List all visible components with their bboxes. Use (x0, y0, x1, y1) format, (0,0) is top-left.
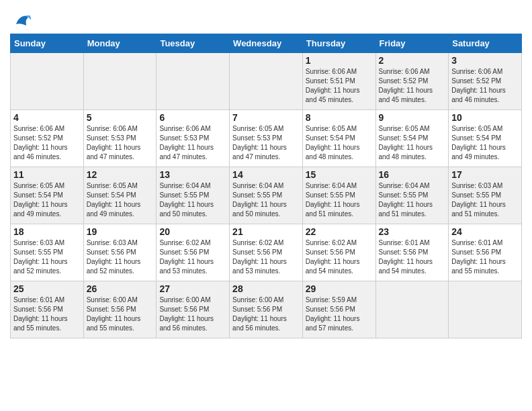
calendar-cell (230, 53, 303, 110)
weekday-header-thursday: Thursday (302, 34, 375, 53)
calendar-cell (11, 53, 84, 110)
day-number: 19 (87, 226, 154, 237)
weekday-header-friday: Friday (375, 34, 449, 53)
calendar-table: SundayMondayTuesdayWednesdayThursdayFrid… (10, 34, 522, 338)
calendar-cell: 24Sunrise: 6:01 AM Sunset: 5:56 PM Dayli… (449, 224, 522, 281)
calendar-cell: 6Sunrise: 6:06 AM Sunset: 5:53 PM Daylig… (157, 110, 230, 167)
day-number: 2 (379, 55, 446, 66)
day-info: Sunrise: 6:06 AM Sunset: 5:52 PM Dayligh… (379, 67, 446, 105)
day-info: Sunrise: 6:02 AM Sunset: 5:56 PM Dayligh… (232, 238, 300, 276)
calendar-cell: 17Sunrise: 6:03 AM Sunset: 5:55 PM Dayli… (449, 167, 522, 224)
calendar-cell: 12Sunrise: 6:05 AM Sunset: 5:54 PM Dayli… (83, 167, 157, 224)
weekday-header-saturday: Saturday (449, 34, 522, 53)
day-number: 6 (159, 112, 226, 123)
calendar-cell: 14Sunrise: 6:04 AM Sunset: 5:55 PM Dayli… (230, 167, 303, 224)
weekday-header-tuesday: Tuesday (157, 34, 230, 53)
calendar-cell: 8Sunrise: 6:05 AM Sunset: 5:54 PM Daylig… (302, 110, 375, 167)
day-info: Sunrise: 6:04 AM Sunset: 5:55 PM Dayligh… (159, 181, 226, 219)
calendar-cell: 25Sunrise: 6:01 AM Sunset: 5:56 PM Dayli… (11, 281, 84, 338)
day-number: 17 (451, 169, 519, 180)
calendar-cell: 27Sunrise: 6:00 AM Sunset: 5:56 PM Dayli… (157, 281, 230, 338)
calendar-week-row: 18Sunrise: 6:03 AM Sunset: 5:55 PM Dayli… (11, 224, 522, 281)
calendar-cell: 4Sunrise: 6:06 AM Sunset: 5:52 PM Daylig… (11, 110, 84, 167)
day-info: Sunrise: 6:00 AM Sunset: 5:56 PM Dayligh… (159, 295, 226, 333)
day-number: 5 (87, 112, 154, 123)
calendar-cell: 5Sunrise: 6:06 AM Sunset: 5:53 PM Daylig… (83, 110, 157, 167)
calendar-cell: 10Sunrise: 6:05 AM Sunset: 5:54 PM Dayli… (449, 110, 522, 167)
day-info: Sunrise: 6:02 AM Sunset: 5:56 PM Dayligh… (306, 238, 373, 276)
day-number: 3 (451, 55, 519, 66)
calendar-cell: 23Sunrise: 6:01 AM Sunset: 5:56 PM Dayli… (375, 224, 449, 281)
calendar-cell: 3Sunrise: 6:06 AM Sunset: 5:52 PM Daylig… (449, 53, 522, 110)
day-info: Sunrise: 6:04 AM Sunset: 5:55 PM Dayligh… (379, 181, 446, 219)
weekday-header-sunday: Sunday (11, 34, 84, 53)
day-info: Sunrise: 6:06 AM Sunset: 5:51 PM Dayligh… (306, 67, 373, 105)
calendar-cell: 2Sunrise: 6:06 AM Sunset: 5:52 PM Daylig… (375, 53, 449, 110)
day-number: 13 (159, 169, 226, 180)
day-number: 24 (451, 226, 519, 237)
calendar-cell: 22Sunrise: 6:02 AM Sunset: 5:56 PM Dayli… (302, 224, 375, 281)
day-number: 26 (87, 283, 154, 294)
day-info: Sunrise: 6:01 AM Sunset: 5:56 PM Dayligh… (13, 295, 81, 333)
calendar-cell: 11Sunrise: 6:05 AM Sunset: 5:54 PM Dayli… (11, 167, 84, 224)
calendar-cell: 13Sunrise: 6:04 AM Sunset: 5:55 PM Dayli… (157, 167, 230, 224)
day-info: Sunrise: 6:06 AM Sunset: 5:52 PM Dayligh… (451, 67, 519, 105)
day-info: Sunrise: 6:03 AM Sunset: 5:55 PM Dayligh… (451, 181, 519, 219)
day-info: Sunrise: 6:06 AM Sunset: 5:53 PM Dayligh… (159, 124, 226, 162)
day-number: 9 (379, 112, 446, 123)
calendar-cell: 29Sunrise: 5:59 AM Sunset: 5:56 PM Dayli… (302, 281, 375, 338)
day-info: Sunrise: 6:03 AM Sunset: 5:56 PM Dayligh… (87, 238, 154, 276)
day-number: 16 (379, 169, 446, 180)
day-info: Sunrise: 6:05 AM Sunset: 5:54 PM Dayligh… (13, 181, 81, 219)
day-info: Sunrise: 6:05 AM Sunset: 5:54 PM Dayligh… (379, 124, 446, 162)
calendar-cell: 19Sunrise: 6:03 AM Sunset: 5:56 PM Dayli… (83, 224, 157, 281)
day-info: Sunrise: 6:05 AM Sunset: 5:54 PM Dayligh… (306, 124, 373, 162)
day-info: Sunrise: 6:01 AM Sunset: 5:56 PM Dayligh… (451, 238, 519, 276)
weekday-header-wednesday: Wednesday (230, 34, 303, 53)
calendar-cell (157, 53, 230, 110)
calendar-cell (375, 281, 449, 338)
day-info: Sunrise: 6:04 AM Sunset: 5:55 PM Dayligh… (232, 181, 300, 219)
day-number: 12 (87, 169, 154, 180)
day-number: 23 (379, 226, 446, 237)
day-number: 22 (306, 226, 373, 237)
calendar-cell: 15Sunrise: 6:04 AM Sunset: 5:55 PM Dayli… (302, 167, 375, 224)
calendar-week-row: 4Sunrise: 6:06 AM Sunset: 5:52 PM Daylig… (11, 110, 522, 167)
day-number: 4 (13, 112, 81, 123)
day-number: 25 (13, 283, 81, 294)
day-number: 14 (232, 169, 300, 180)
calendar-cell: 1Sunrise: 6:06 AM Sunset: 5:51 PM Daylig… (302, 53, 375, 110)
logo (10, 11, 33, 31)
day-info: Sunrise: 6:05 AM Sunset: 5:54 PM Dayligh… (87, 181, 154, 219)
day-number: 7 (232, 112, 300, 123)
day-number: 10 (451, 112, 519, 123)
day-number: 27 (159, 283, 226, 294)
day-info: Sunrise: 6:03 AM Sunset: 5:55 PM Dayligh… (13, 238, 81, 276)
calendar-week-row: 1Sunrise: 6:06 AM Sunset: 5:51 PM Daylig… (11, 53, 522, 110)
day-info: Sunrise: 6:00 AM Sunset: 5:56 PM Dayligh… (87, 295, 154, 333)
day-info: Sunrise: 6:02 AM Sunset: 5:56 PM Dayligh… (159, 238, 226, 276)
day-number: 15 (306, 169, 373, 180)
calendar-cell: 26Sunrise: 6:00 AM Sunset: 5:56 PM Dayli… (83, 281, 157, 338)
day-number: 18 (13, 226, 81, 237)
day-info: Sunrise: 6:00 AM Sunset: 5:56 PM Dayligh… (232, 295, 300, 333)
logo-icon (13, 11, 33, 31)
calendar-cell: 18Sunrise: 6:03 AM Sunset: 5:55 PM Dayli… (11, 224, 84, 281)
day-number: 1 (306, 55, 373, 66)
calendar-cell: 28Sunrise: 6:00 AM Sunset: 5:56 PM Dayli… (230, 281, 303, 338)
calendar-cell: 7Sunrise: 6:05 AM Sunset: 5:53 PM Daylig… (230, 110, 303, 167)
day-info: Sunrise: 6:05 AM Sunset: 5:53 PM Dayligh… (232, 124, 300, 162)
calendar-cell: 9Sunrise: 6:05 AM Sunset: 5:54 PM Daylig… (375, 110, 449, 167)
calendar-week-row: 11Sunrise: 6:05 AM Sunset: 5:54 PM Dayli… (11, 167, 522, 224)
calendar-cell: 21Sunrise: 6:02 AM Sunset: 5:56 PM Dayli… (230, 224, 303, 281)
day-number: 29 (306, 283, 373, 294)
weekday-header-monday: Monday (83, 34, 157, 53)
page-header (10, 7, 522, 31)
day-number: 21 (232, 226, 300, 237)
day-info: Sunrise: 6:06 AM Sunset: 5:52 PM Dayligh… (13, 124, 81, 162)
day-info: Sunrise: 6:05 AM Sunset: 5:54 PM Dayligh… (451, 124, 519, 162)
day-info: Sunrise: 6:01 AM Sunset: 5:56 PM Dayligh… (379, 238, 446, 276)
day-number: 28 (232, 283, 300, 294)
day-info: Sunrise: 6:06 AM Sunset: 5:53 PM Dayligh… (87, 124, 154, 162)
day-info: Sunrise: 5:59 AM Sunset: 5:56 PM Dayligh… (306, 295, 373, 333)
